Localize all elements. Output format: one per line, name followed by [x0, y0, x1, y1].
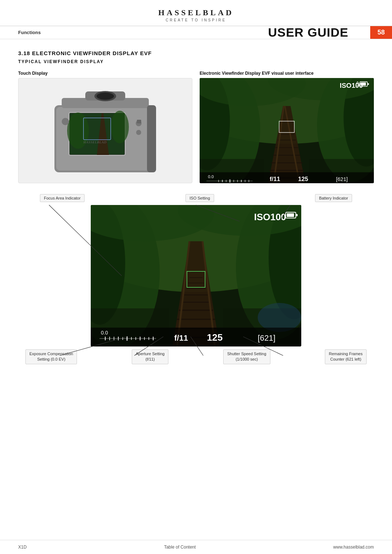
large-evf-box: ISO100 0.0: [91, 205, 301, 346]
frames-counter-label: Remaining FramesCounter (621 left): [325, 349, 367, 364]
evf-display-col: Electronic Viewfinder Display EVF visual…: [200, 71, 374, 183]
svg-text:ISO100: ISO100: [254, 212, 286, 222]
top-labels-row: Focus Area Indicator ISO Setting Battery…: [18, 194, 374, 202]
svg-text:f/11: f/11: [174, 333, 188, 342]
exposure-comp-label: Exposure CompensationSetting (0.0 EV): [25, 349, 77, 364]
focus-area-label: Focus Area Indicator: [40, 194, 85, 202]
guide-title: USER GUIDE: [268, 25, 348, 40]
functions-label: Functions: [18, 30, 41, 35]
touch-display-label: Touch Display: [18, 71, 192, 76]
bottom-labels-row: Exposure CompensationSetting (0.0 EV) Ap…: [18, 349, 374, 364]
iso-setting-label: ISO Setting: [185, 194, 214, 202]
brand-name: HASSELBLAD: [0, 8, 392, 17]
section-subtitle: TYPICAL VIEWFINDER DISPLAY: [18, 59, 374, 64]
svg-text:125: 125: [298, 176, 308, 182]
svg-text:HASSELBLAD: HASSELBLAD: [83, 140, 107, 144]
diagram-center: ISO100 0.0: [91, 205, 301, 346]
svg-rect-87: [296, 214, 298, 216]
displays-row: Touch Display: [18, 71, 374, 183]
svg-text:f/11: f/11: [270, 176, 280, 182]
touch-display-box: HASSELBLAD: [18, 78, 192, 183]
svg-rect-42: [367, 83, 369, 85]
battery-indicator-label: Battery Indicator: [315, 194, 352, 202]
evf-display-label: Electronic Viewfinder Display EVF visual…: [200, 71, 374, 76]
evf-display-box: ISO100 0.0: [200, 78, 374, 183]
aperture-setting-label: Aperture Setting(f/11): [132, 349, 169, 364]
brand-tagline: CREATE TO INSPIRE: [0, 18, 392, 22]
svg-text:ISO100: ISO100: [340, 82, 363, 89]
svg-text:0.0: 0.0: [101, 330, 108, 336]
footer-model: X1D: [18, 545, 26, 550]
diagram-section: Focus Area Indicator ISO Setting Battery…: [18, 194, 374, 364]
svg-rect-43: [360, 82, 366, 85]
main-content: 3.18 ELECTRONIC VIEWFINDER DISPLAY EVF T…: [0, 39, 392, 375]
svg-text:[621]: [621]: [336, 176, 348, 182]
section-title: 3.18 ELECTRONIC VIEWFINDER DISPLAY EVF: [18, 50, 374, 56]
svg-rect-18: [147, 105, 156, 172]
svg-point-15: [136, 130, 141, 135]
svg-point-11: [111, 111, 129, 143]
footer-website: www.hasselblad.com: [333, 545, 374, 550]
svg-text:125: 125: [207, 332, 222, 343]
svg-text:0.0: 0.0: [208, 175, 214, 179]
page-footer: X1D Table of Content www.hasselblad.com: [0, 540, 392, 554]
large-evf-svg: ISO100 0.0: [91, 205, 301, 346]
footer-toc: Table of Content: [164, 545, 196, 550]
page-header: HASSELBLAD CREATE TO INSPIRE: [0, 0, 392, 26]
svg-point-5: [97, 93, 114, 100]
svg-rect-16: [137, 120, 141, 123]
evf-small-svg: ISO100 0.0: [200, 78, 374, 183]
svg-text:[621]: [621]: [258, 333, 275, 342]
nav-bar: Functions USER GUIDE 58: [0, 26, 392, 39]
page-number: 58: [370, 26, 392, 39]
svg-rect-88: [287, 213, 294, 217]
camera-svg: HASSELBLAD: [44, 83, 167, 178]
svg-point-17: [62, 118, 69, 125]
shutter-setting-label: Shutter Speed Setting(1/1000 sec): [223, 349, 270, 364]
touch-display-col: Touch Display: [18, 71, 192, 183]
